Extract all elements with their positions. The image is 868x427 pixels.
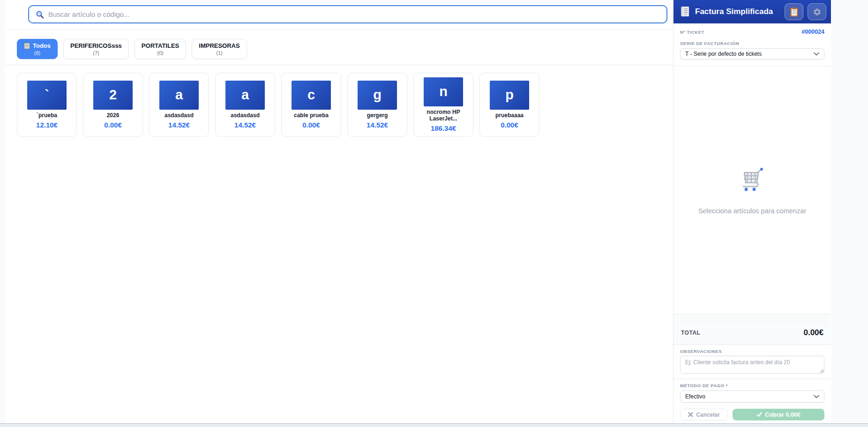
observaciones-section: OBSERVACIONES: [673, 345, 831, 379]
product-price: 186.34€: [431, 124, 456, 132]
ticket-number-label: Nº TICKET: [680, 30, 704, 35]
tab-label: IMPRESORAS: [199, 42, 239, 49]
total-label: TOTAL: [681, 330, 700, 336]
product-price: 14.52€: [234, 121, 256, 129]
product-card[interactable]: p pruebaaaa 0.00€: [479, 73, 539, 137]
serie-facturacion-value: T - Serie por defecto de tickets: [685, 51, 762, 57]
tab-label: PORTATILES: [142, 42, 179, 49]
tab-portatiles[interactable]: PORTATILES (0): [135, 39, 186, 59]
tab-todos[interactable]: Todos (8): [17, 39, 58, 59]
product-price: 14.52€: [367, 121, 388, 129]
main-area: Buscar artículo o código... Todos: [5, 0, 673, 423]
total-value: 0.00€: [803, 328, 823, 337]
product-tile: n: [424, 77, 463, 106]
product-name: nocromo HP LaserJet...: [425, 109, 462, 122]
product-grid: ` `prueba 12.10€ 2 2026 0.00€ a asdasdas…: [5, 65, 673, 144]
search-input[interactable]: Buscar artículo o código...: [28, 5, 667, 23]
product-card[interactable]: 2 2026 0.00€: [83, 73, 143, 137]
product-name: 2026: [107, 112, 120, 119]
product-tile: 2: [93, 81, 133, 110]
ticket-list-button[interactable]: [785, 3, 803, 20]
product-tile: `: [27, 81, 67, 110]
window-bottom-edge: [0, 423, 868, 427]
product-tile: a: [159, 81, 199, 110]
metodo-pago-label: MÉTODO DE PAGO *: [680, 383, 824, 388]
ticket-panel: Factura Simplificada: [673, 0, 831, 423]
totals-section: TOTAL 0.00€: [673, 314, 831, 345]
receipt-icon: [24, 43, 30, 49]
product-name: cable prueba: [294, 112, 329, 119]
summary-divider: [677, 315, 827, 318]
cobrar-button[interactable]: Cobrar 0.00€: [733, 409, 824, 420]
x-icon: [688, 412, 693, 417]
product-tile: g: [358, 81, 397, 110]
tab-label: PERIFERICOSsss: [70, 42, 122, 49]
empty-cart-state: Selecciona artículos para comenzar: [673, 66, 831, 314]
receipt-icon: [680, 6, 691, 18]
product-card[interactable]: c cable prueba 0.00€: [281, 73, 341, 137]
search-section: Buscar artículo o código...: [5, 0, 673, 30]
product-card[interactable]: a asdasdasd 14.52€: [149, 73, 209, 137]
observaciones-label: OBSERVACIONES: [680, 349, 824, 354]
product-price: 0.00€: [302, 121, 320, 129]
product-card[interactable]: a asdasdasd 14.52€: [215, 73, 275, 137]
ticket-actions: Cancelar Cobrar 0.00€: [673, 405, 831, 423]
empty-cart-message: Selecciona artículos para comenzar: [698, 207, 807, 215]
product-price: 12.10€: [36, 121, 58, 129]
check-icon: [756, 412, 762, 417]
category-tabs: Todos (8) PERIFERICOSsss (7) PORTATILES …: [5, 30, 673, 65]
product-name: `prueba: [37, 112, 57, 119]
product-tile: p: [490, 81, 529, 110]
product-name: gergerg: [367, 112, 388, 119]
ticket-header: Factura Simplificada: [673, 0, 831, 23]
product-card[interactable]: g gergerg 14.52€: [347, 73, 407, 137]
ticket-number-value: #000024: [801, 29, 824, 35]
product-price: 14.52€: [168, 121, 190, 129]
cancel-label: Cancelar: [696, 412, 720, 418]
gear-icon: [813, 7, 822, 16]
metodo-pago-section: MÉTODO DE PAGO * Efectivo: [673, 379, 831, 405]
panel-title: Factura Simplificada: [695, 7, 773, 16]
chevron-down-icon: [814, 395, 819, 398]
product-name: pruebaaaa: [495, 112, 524, 119]
observaciones-input[interactable]: [680, 356, 824, 374]
tab-count: (1): [199, 50, 239, 56]
serie-facturacion-section: SERIE DE FACTURACIÓN T - Serie por defec…: [673, 36, 831, 66]
product-tile: c: [292, 81, 331, 110]
metodo-pago-value: Efectivo: [685, 393, 705, 400]
chevron-down-icon: [814, 52, 819, 56]
shopping-cart-icon: [739, 166, 766, 193]
serie-facturacion-select[interactable]: T - Serie por defecto de tickets: [680, 48, 824, 60]
summary-divider: [677, 318, 827, 322]
tab-count: (7): [70, 50, 122, 56]
tab-count: (0): [142, 50, 179, 56]
search-icon: [36, 10, 44, 19]
tab-label: Todos: [33, 42, 51, 49]
ticket-number-row: Nº TICKET #000024: [673, 23, 831, 36]
product-tile: a: [225, 81, 265, 110]
settings-button[interactable]: [808, 3, 826, 20]
cobrar-label: Cobrar 0.00€: [765, 412, 801, 418]
product-price: 0.00€: [104, 121, 122, 129]
product-card[interactable]: n nocromo HP LaserJet... 186.34€: [413, 73, 473, 137]
cancel-button[interactable]: Cancelar: [680, 409, 728, 420]
tab-perifericos[interactable]: PERIFERICOSsss (7): [63, 39, 129, 59]
product-card[interactable]: ` `prueba 12.10€: [17, 73, 77, 137]
tab-count: (8): [24, 50, 51, 56]
metodo-pago-select[interactable]: Efectivo: [680, 390, 824, 403]
pos-app: Buscar artículo o código... Todos: [5, 0, 831, 423]
tab-impresoras[interactable]: IMPRESORAS (1): [192, 39, 247, 59]
total-row: TOTAL 0.00€: [673, 322, 831, 345]
product-name: asdasdasd: [165, 112, 194, 119]
serie-facturacion-label: SERIE DE FACTURACIÓN: [680, 41, 824, 46]
product-price: 0.00€: [501, 121, 518, 129]
product-name: asdasdasd: [231, 112, 260, 119]
search-placeholder: Buscar artículo o código...: [48, 10, 129, 18]
clipboard-icon: [790, 7, 798, 17]
